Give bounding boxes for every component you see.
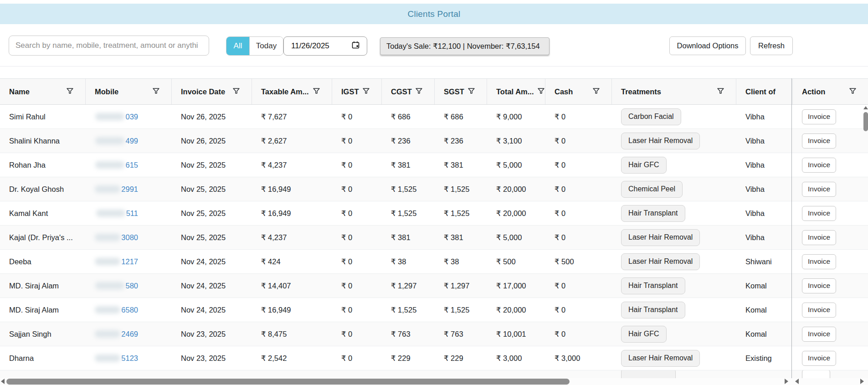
filter-funnel-icon[interactable]	[849, 87, 856, 96]
download-options-button[interactable]: Download Options	[669, 36, 746, 55]
mobile-link[interactable]: 039	[125, 113, 138, 121]
titlebar: Clients Portal	[0, 4, 868, 24]
filter-today-button[interactable]: Today	[249, 37, 283, 55]
invoice-button[interactable]: Invoice	[802, 230, 836, 245]
date-value: 11/26/2025	[291, 41, 329, 51]
filter-funnel-icon[interactable]	[416, 87, 422, 96]
igst-cell: ₹ 0	[332, 129, 382, 153]
mobile-link[interactable]: 2991	[121, 185, 138, 194]
calendar-icon[interactable]	[352, 41, 360, 51]
invoice-date-cell: Nov 25, 2025	[172, 153, 252, 177]
taxable-cell: ₹ 2,542	[252, 346, 332, 370]
search-input[interactable]	[9, 36, 209, 56]
vertical-scrollbar-track[interactable]	[863, 105, 868, 378]
column-header-action: Action	[793, 79, 868, 104]
table-header-row: NameMobileInvoice DateTaxable Am...IGSTC…	[0, 78, 868, 105]
vertical-scrollbar-thumb[interactable]	[863, 112, 868, 131]
cash-cell: ₹ 0	[545, 177, 612, 201]
column-header-total-am: Total Am...	[487, 79, 545, 104]
treatment-cell: Laser Hair Removal	[612, 346, 736, 370]
column-label: SGST	[444, 87, 464, 96]
mobile-link[interactable]: 2469	[121, 330, 138, 339]
invoice-button[interactable]: Invoice	[802, 206, 836, 221]
horizontal-scrollbar-track[interactable]	[0, 378, 868, 385]
filter-funnel-icon[interactable]	[363, 87, 370, 96]
mobile-link[interactable]: 1217	[121, 257, 138, 266]
action-cell: Invoice	[793, 153, 868, 177]
column-header-taxable-am: Taxable Am...	[252, 79, 332, 104]
total-cell: ₹ 3,100	[487, 129, 545, 153]
cgst-cell: ₹ 763	[382, 322, 435, 346]
cgst-cell: ₹ 686	[382, 105, 435, 128]
name-cell: Dr. Koyal Ghosh	[0, 177, 86, 201]
name-cell: Shalini Khanna	[0, 129, 86, 153]
horizontal-scrollbar-thumb[interactable]	[6, 379, 570, 385]
column-label: Cash	[555, 87, 573, 96]
filter-funnel-icon[interactable]	[717, 87, 724, 96]
invoice-button[interactable]: Invoice	[802, 109, 836, 124]
filter-funnel-icon[interactable]	[313, 87, 320, 96]
invoice-button[interactable]: Invoice	[802, 303, 836, 318]
column-label: Total Am...	[496, 87, 534, 96]
scroll-up-arrow-icon[interactable]	[863, 106, 868, 109]
invoice-button[interactable]: Invoice	[802, 133, 836, 149]
filter-all-button[interactable]: All	[226, 37, 249, 55]
column-label: Invoice Date	[181, 87, 225, 96]
filter-funnel-icon[interactable]	[233, 87, 240, 96]
clients-portal-app: Clients Portal All Today 11/26/2025 Toda…	[0, 0, 868, 385]
treatment-badge: Hair Transplant	[621, 205, 685, 222]
invoice-button[interactable]: Invoice	[802, 182, 836, 197]
mobile-cell: 5123	[86, 346, 172, 370]
invoice-button[interactable]: Invoice	[802, 278, 836, 293]
action-cell: Invoice	[793, 177, 868, 201]
scroll-right-arrow-icon[interactable]	[785, 379, 788, 384]
filter-funnel-icon[interactable]	[67, 87, 73, 96]
invoice-button[interactable]	[802, 370, 830, 378]
table-row: MD. Siraj Alam6580Nov 24, 2025₹ 16,949₹ …	[0, 298, 868, 322]
date-filter-group: All Today	[226, 36, 283, 56]
mobile-link[interactable]: 499	[125, 137, 138, 145]
action-cell: Invoice	[793, 201, 868, 225]
pinned-scroll-left-arrow-icon[interactable]	[795, 379, 799, 384]
total-cell: ₹ 9,000	[487, 105, 545, 128]
date-input[interactable]: 11/26/2025	[283, 36, 367, 56]
cash-cell: ₹ 0	[545, 201, 612, 225]
cgst-cell: ₹ 1,525	[382, 177, 435, 201]
mobile-link[interactable]: 5123	[121, 354, 138, 363]
filter-funnel-icon[interactable]	[593, 87, 600, 96]
mobile-cell: 039	[86, 105, 172, 128]
treatment-cell: Laser Hair Removal	[612, 250, 736, 273]
treatment-cell: Laser Hair Removal	[612, 129, 736, 153]
cgst-cell: ₹ 1,297	[382, 274, 435, 298]
name-cell: Dharna	[0, 346, 86, 370]
igst-cell: ₹ 0	[332, 250, 382, 273]
invoice-date-cell: Nov 24, 2025	[172, 274, 252, 298]
invoice-button[interactable]: Invoice	[802, 327, 836, 342]
invoice-button[interactable]: Invoice	[802, 158, 836, 173]
mobile-link[interactable]: 580	[125, 282, 138, 290]
filter-funnel-icon[interactable]	[468, 87, 475, 96]
mobile-link[interactable]: 6580	[121, 306, 138, 314]
filter-funnel-icon[interactable]	[538, 87, 544, 96]
sgst-cell: ₹ 763	[435, 322, 487, 346]
filter-funnel-icon[interactable]	[153, 87, 159, 96]
taxable-cell: ₹ 7,627	[252, 105, 332, 128]
client-of-cell: Vibha	[736, 177, 793, 201]
igst-cell: ₹ 0	[332, 226, 382, 249]
redacted-mobile-blur	[95, 161, 124, 169]
pinned-scroll-right-arrow-icon[interactable]	[860, 379, 864, 384]
action-cell: Invoice	[793, 129, 868, 153]
mobile-link[interactable]: 511	[126, 209, 138, 218]
invoice-button[interactable]: Invoice	[802, 351, 836, 366]
client-of-cell: Vibha	[736, 201, 793, 225]
refresh-button[interactable]: Refresh	[750, 36, 793, 55]
mobile-link[interactable]: 615	[125, 161, 138, 169]
column-header-igst: IGST	[332, 79, 382, 104]
cash-cell: ₹ 0	[545, 298, 612, 322]
page-title: Clients Portal	[408, 9, 461, 19]
invoice-button[interactable]: Invoice	[802, 254, 836, 269]
mobile-link[interactable]: 3080	[121, 233, 138, 242]
client-of-cell: Komal	[736, 274, 793, 298]
scroll-left-arrow-icon[interactable]	[1, 379, 5, 384]
mobile-cell: 2991	[86, 177, 172, 201]
